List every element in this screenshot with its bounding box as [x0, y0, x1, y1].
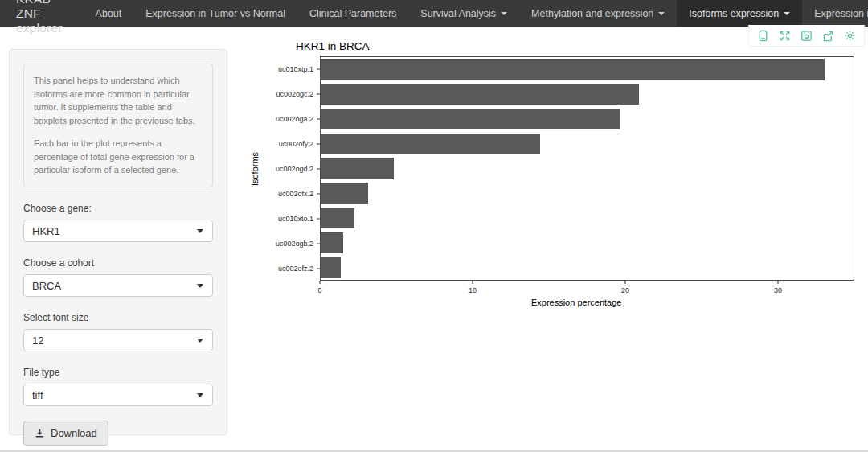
bar-uc002ofx.2 [321, 183, 368, 203]
bar-uc010xto.1 [321, 208, 354, 228]
sidebar-panel: This panel helps to understand which iso… [9, 49, 227, 435]
y-tick-label: uc002ogd.2 [276, 165, 313, 173]
tab-about[interactable]: About [84, 0, 134, 27]
bar-uc002oga.2 [321, 109, 620, 129]
cohort-select[interactable]: BRCA [23, 274, 213, 297]
chevron-down-icon [197, 284, 203, 288]
tab-label: About [96, 8, 122, 19]
tab-isoforms-expression[interactable]: Isoforms expression [677, 0, 802, 27]
cohort-select-value: BRCA [32, 280, 61, 292]
x-tick-mark [778, 281, 779, 284]
bar-uc002ofz.2 [321, 257, 341, 277]
bar-row [321, 181, 854, 206]
bar-row [321, 156, 854, 181]
bar-row [321, 131, 854, 156]
y-tick-mark [317, 193, 320, 194]
y-tick-mark [317, 68, 320, 69]
x-tick-label: 20 [621, 286, 629, 294]
y-tick-mark [317, 243, 320, 244]
tab-label: Methylation and expression [531, 8, 653, 19]
x-tick-mark [320, 281, 321, 284]
cohort-select-label: Choose a cohort [23, 257, 213, 269]
y-tick-mark [317, 93, 320, 94]
download-button-label: Download [51, 427, 97, 439]
tab-survival-analysis[interactable]: Survival Analysis [408, 0, 519, 27]
bar-uc002ogd.2 [321, 158, 394, 179]
chevron-down-icon [501, 12, 507, 15]
bar-row [321, 255, 854, 280]
filetype-select-value: tiff [32, 389, 43, 401]
navbar: KRAB ZNF explorer AboutExpression in Tum… [0, 0, 868, 27]
x-tick-label: 10 [469, 286, 477, 294]
y-tick-label: uc002ofx.2 [278, 190, 313, 198]
y-tick-mark [317, 143, 320, 144]
plot-panel [320, 56, 854, 281]
chevron-down-icon [658, 12, 665, 15]
tab-label: Survival Analysis [420, 8, 496, 19]
y-tick-label: uc002ogc.2 [276, 90, 313, 98]
bar-row [321, 206, 854, 231]
bar-uc002ofy.2 [321, 134, 540, 154]
tab-label: Expression in Tumor vs Normal [145, 8, 285, 19]
tab-label: Expression in normal tissue [814, 8, 868, 19]
y-tick-label: uc002oga.2 [276, 115, 313, 123]
y-tick-label: uc002ogb.2 [276, 240, 313, 248]
tab-methylation-and-expression[interactable]: Methylation and expression [519, 0, 677, 27]
download-button[interactable]: Download [23, 421, 108, 446]
tab-label: Clinical Parameters [309, 8, 396, 19]
chevron-down-icon [197, 393, 203, 397]
x-tick-label: 30 [774, 286, 782, 294]
bar-row [321, 107, 854, 132]
y-axis-title: Isoforms [250, 150, 260, 188]
bar-uc002ogc.2 [321, 84, 639, 105]
x-axis-title: Expression percentage [531, 298, 622, 307]
info-well: This panel helps to understand which iso… [23, 64, 213, 187]
y-tick-mark [317, 168, 320, 169]
plot-panel-wrap: Isoforms Expression percentage uc010xtp.… [320, 56, 854, 281]
tab-expression-in-tumor-vs-normal[interactable]: Expression in Tumor vs Normal [133, 0, 297, 27]
app-title: KRAB ZNF explorer [0, 0, 84, 27]
y-tick-mark [317, 118, 320, 119]
chevron-down-icon [197, 339, 203, 343]
x-tick-mark [625, 281, 626, 284]
y-tick-label: uc002ofy.2 [279, 140, 313, 148]
fontsize-select-label: Select font size [23, 312, 213, 323]
bar-row [321, 57, 854, 82]
chart-title: HKR1 in BRCA [296, 40, 370, 52]
y-tick-mark [317, 268, 320, 269]
tab-label: Isoforms expression [689, 8, 779, 19]
chevron-down-icon [784, 12, 790, 15]
bar-uc002ogb.2 [321, 232, 343, 253]
x-tick-mark [473, 281, 473, 284]
tab-clinical-parameters[interactable]: Clinical Parameters [297, 0, 408, 27]
x-tick-label: 0 [317, 286, 321, 294]
chevron-down-icon [197, 229, 203, 233]
y-tick-label: uc010xtp.1 [278, 65, 313, 73]
gene-select[interactable]: HKR1 [23, 220, 213, 242]
filetype-select-label: File type [23, 367, 213, 378]
download-icon [35, 428, 45, 438]
y-tick-label: uc002ofz.2 [278, 265, 313, 273]
isoform-bar-chart: HKR1 in BRCA Isoforms Expression percent… [241, 39, 868, 316]
y-tick-label: uc010xto.1 [278, 215, 313, 223]
fontsize-select[interactable]: 12 [23, 329, 213, 351]
tab-expression-in-normal-tissue[interactable]: Expression in normal tissue [802, 0, 868, 27]
nav-tabs: AboutExpression in Tumor vs NormalClinic… [84, 0, 868, 27]
bar-row [321, 230, 854, 255]
y-tick-mark [317, 218, 320, 219]
info-paragraph-1: This panel helps to understand which iso… [34, 74, 203, 128]
gene-select-value: HKR1 [32, 225, 60, 237]
bar-uc010xtp.1 [321, 59, 825, 80]
gene-select-label: Choose a gene: [23, 203, 213, 214]
info-paragraph-2: Each bar in the plot represents a percen… [34, 137, 203, 177]
filetype-select[interactable]: tiff [23, 384, 213, 406]
fontsize-select-value: 12 [32, 335, 43, 347]
bar-row [321, 82, 854, 107]
